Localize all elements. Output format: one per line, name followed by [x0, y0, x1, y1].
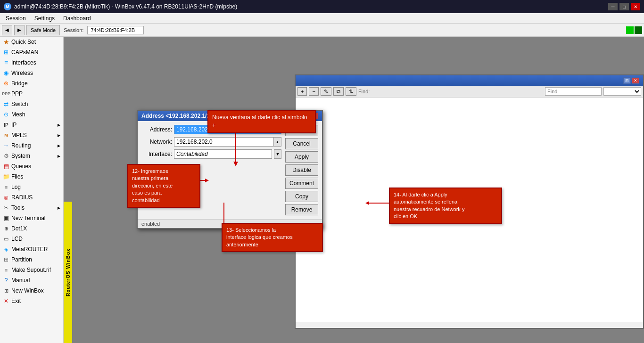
bg-window-close-btn[interactable]: ✕ — [632, 77, 639, 84]
sidebar-label-partition: Partition — [11, 256, 32, 263]
tools-icon: ✂ — [3, 204, 9, 211]
sidebar-item-dot1x[interactable]: ⊕ Dot1X — [0, 223, 63, 234]
arrow-2-svg — [200, 176, 210, 185]
comment-button[interactable]: Comment — [285, 178, 318, 189]
content-area: ⊞ ✕ + − ✎ ⧉ ⇅ Find: all dynamic static — [64, 37, 644, 343]
filter-dropdown[interactable]: all dynamic static — [603, 87, 641, 96]
sidebar-item-metarouter[interactable]: ◈ MetaROUTER — [0, 244, 63, 254]
maximize-button[interactable]: □ — [619, 3, 629, 10]
annotation-2-text: 12- Ingresmaosnuestra primeradireccion, … — [132, 168, 173, 203]
title-bar-controls: ─ □ ✕ — [608, 3, 640, 10]
bg-window-toolbar: + − ✎ ⧉ ⇅ Find: all dynamic static — [296, 86, 643, 98]
sidebar-label-capsman: CAPsMAN — [11, 49, 38, 56]
sidebar-item-new-terminal[interactable]: ▣ New Terminal — [0, 213, 63, 223]
back-button[interactable]: ◀ — [2, 25, 12, 35]
routeros-winbox-label: RouterOS WinBox — [64, 202, 72, 343]
sidebar-item-bridge[interactable]: ⊗ Bridge — [0, 78, 63, 89]
sidebar-item-interfaces[interactable]: ≡ Interfaces — [0, 57, 63, 68]
sidebar-label-manual: Manual — [11, 277, 30, 284]
sidebar-item-new-winbox[interactable]: ⊞ New WinBox — [0, 286, 63, 296]
svg-marker-3 — [205, 179, 209, 182]
switch-icon: ⇄ — [3, 101, 9, 107]
copy-button[interactable]: Copy — [285, 191, 318, 202]
find-input[interactable] — [545, 87, 602, 96]
sidebar-label-interfaces: Interfaces — [11, 59, 36, 66]
app-icon: M — [4, 3, 11, 10]
svg-marker-1 — [233, 162, 238, 166]
close-button[interactable]: ✕ — [631, 3, 640, 10]
sidebar-item-wireless[interactable]: ◉ Wireless — [0, 68, 63, 78]
sidebar-item-capsman[interactable]: ⊞ CAPsMAN — [0, 47, 63, 57]
cancel-button[interactable]: Cancel — [285, 138, 318, 149]
status-dark-icon — [635, 26, 642, 34]
menu-dashboard[interactable]: Dashboard — [59, 14, 95, 23]
sidebar-label-metarouter: MetaROUTER — [11, 246, 48, 253]
remove-button[interactable]: Remove — [285, 204, 318, 215]
sidebar-item-ppp[interactable]: PPP PPP — [0, 89, 63, 99]
interface-input[interactable] — [174, 149, 272, 159]
edit-btn-bg[interactable]: ✎ — [321, 87, 331, 96]
ppp-icon: PPP — [3, 90, 9, 97]
sidebar-item-partition[interactable]: ⊞ Partition — [0, 254, 63, 265]
sidebar-item-tools[interactable]: ✂ Tools — [0, 203, 63, 213]
annotation-4-text: 14- Al darle clic a Applyautomaticamente… — [394, 192, 464, 219]
network-input[interactable] — [174, 137, 274, 147]
menu-session[interactable]: Session — [2, 14, 30, 23]
menu-settings[interactable]: Settings — [31, 14, 58, 23]
files-icon: 📁 — [3, 173, 9, 180]
sort-btn[interactable]: ⇅ — [346, 87, 356, 96]
sidebar-label-radius: RADIUS — [11, 194, 33, 201]
sidebar-item-lcd[interactable]: ▭ LCD — [0, 234, 63, 244]
annotation-box-4: 14- Al darle clic a Applyautomaticamente… — [389, 188, 502, 224]
minimize-button[interactable]: ─ — [608, 3, 618, 10]
sidebar-item-exit[interactable]: ✕ Exit — [0, 296, 63, 306]
sidebar-label-log: Log — [11, 184, 21, 190]
sidebar-item-system[interactable]: ⚙ System — [0, 151, 63, 161]
mesh-icon: ⊙ — [3, 111, 9, 118]
status-green-icon — [626, 26, 634, 34]
sidebar-item-ip[interactable]: IP IP — [0, 120, 63, 130]
queues-icon: ▤ — [3, 163, 9, 170]
forward-button[interactable]: ▶ — [14, 25, 25, 35]
network-field-wrapper: ▲ — [174, 137, 281, 147]
sidebar-label-queues: Queues — [11, 163, 31, 170]
interfaces-icon: ≡ — [3, 59, 9, 66]
manual-icon: ? — [3, 277, 9, 284]
network-scroll-btn[interactable]: ▲ — [274, 137, 281, 147]
apply-button[interactable]: Apply — [285, 151, 318, 163]
sidebar-label-bridge: Bridge — [11, 80, 28, 87]
terminal-icon: ▣ — [3, 215, 9, 221]
toolbar: ◀ ▶ Safe Mode Session: 74:4D:28:B9:F4:2B — [0, 24, 644, 37]
annotation-box-2: 12- Ingresmaosnuestra primeradireccion, … — [127, 164, 200, 208]
sidebar-item-queues[interactable]: ▤ Queues — [0, 161, 63, 172]
lcd-icon: ▭ — [3, 236, 9, 242]
sidebar-item-manual[interactable]: ? Manual — [0, 275, 63, 286]
title-bar: M admin@74:4D:28:B9:F4:2B (MikroTik) - W… — [0, 0, 644, 13]
sidebar-item-files[interactable]: 📁 Files — [0, 172, 63, 182]
radius-icon: ◎ — [3, 194, 9, 201]
sidebar-label-new-winbox: New WinBox — [11, 287, 44, 294]
main-layout: ★ Quick Set ⊞ CAPsMAN ≡ Interfaces ◉ Wir… — [0, 37, 644, 343]
sidebar-item-routing[interactable]: ↔ Routing — [0, 140, 63, 151]
bridge-icon: ⊗ — [3, 80, 9, 87]
disable-button[interactable]: Disable — [285, 164, 318, 176]
session-label: Session: — [62, 27, 85, 33]
sidebar-item-make-supout[interactable]: ≡ Make Supout.rif — [0, 265, 63, 275]
sidebar-item-switch[interactable]: ⇄ Switch — [0, 99, 63, 109]
sidebar-item-mesh[interactable]: ⊙ Mesh — [0, 109, 63, 120]
bg-window-resize-btn[interactable]: ⊞ — [623, 77, 631, 84]
interface-dropdown-btn[interactable]: ▼ — [274, 149, 281, 159]
sidebar-item-radius[interactable]: ◎ RADIUS — [0, 192, 63, 203]
sidebar-label-ip: IP — [11, 122, 17, 128]
sidebar-item-quickset[interactable]: ★ Quick Set — [0, 37, 63, 47]
sidebar-label-mesh: Mesh — [11, 111, 25, 118]
copy-btn-bg[interactable]: ⧉ — [333, 87, 344, 96]
safe-mode-button[interactable]: Safe Mode — [26, 25, 60, 35]
sidebar-item-log[interactable]: ≡ Log — [0, 182, 63, 192]
add-button[interactable]: + — [297, 87, 307, 96]
network-label: Network: — [141, 139, 172, 145]
annotation-1-text: Nueva ventana al darle clic al simbolo + — [212, 114, 307, 129]
sidebar-item-mpls[interactable]: M MPLS — [0, 130, 63, 140]
annotation-box-3: 13- Seleccionamos lainterface logica que… — [222, 223, 323, 252]
remove-btn-bg[interactable]: − — [309, 87, 318, 96]
